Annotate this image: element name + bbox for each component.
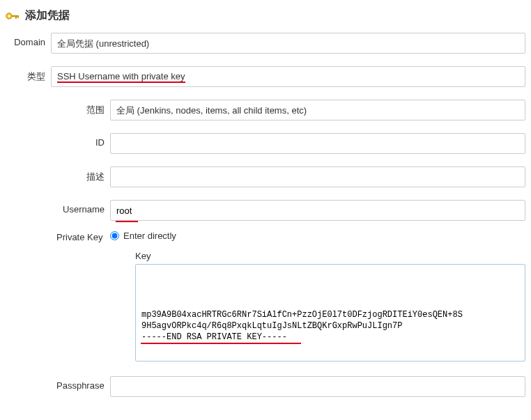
svg-rect-2 — [12, 15, 18, 17]
key-textarea[interactable]: mp39A9B04xacHRTRGc6RNr7SiAlfCn+PzzOjE0l7… — [135, 264, 525, 361]
label-type: 类型 — [6, 66, 51, 83]
label-passphrase: Passphrase — [6, 376, 110, 391]
svg-rect-4 — [17, 15, 19, 18]
label-key: Key — [135, 251, 525, 261]
username-input[interactable] — [110, 200, 525, 221]
page-header: 添加凭据 — [0, 0, 531, 33]
key-underline — [141, 343, 301, 344]
enter-directly-radio[interactable] — [110, 231, 119, 240]
label-description: 描述 — [6, 166, 110, 183]
type-select[interactable] — [51, 66, 525, 87]
label-username: Username — [6, 200, 110, 215]
key-icon — [6, 10, 20, 22]
svg-point-1 — [8, 15, 10, 17]
passphrase-input[interactable] — [110, 376, 525, 397]
id-input[interactable] — [110, 133, 525, 154]
scope-select[interactable] — [110, 100, 525, 120]
svg-rect-3 — [15, 15, 17, 19]
enter-directly-label: Enter directly — [123, 231, 176, 241]
credentials-form: Domain 全局凭据 (unrestricted) 类型 SSH Userna… — [0, 33, 531, 418]
page-title: 添加凭据 — [25, 8, 70, 23]
username-underline — [116, 221, 138, 222]
row-domain: Domain 全局凭据 (unrestricted) — [6, 33, 525, 54]
description-input[interactable] — [110, 166, 525, 187]
enter-directly-option[interactable]: Enter directly — [110, 231, 525, 241]
label-private-key: Private Key — [56, 231, 110, 242]
label-domain: Domain — [6, 33, 51, 47]
label-scope: 范围 — [6, 100, 110, 116]
label-id: ID — [6, 133, 110, 148]
row-type: 类型 SSH Username with private key — [6, 66, 525, 87]
domain-select[interactable] — [51, 33, 525, 54]
